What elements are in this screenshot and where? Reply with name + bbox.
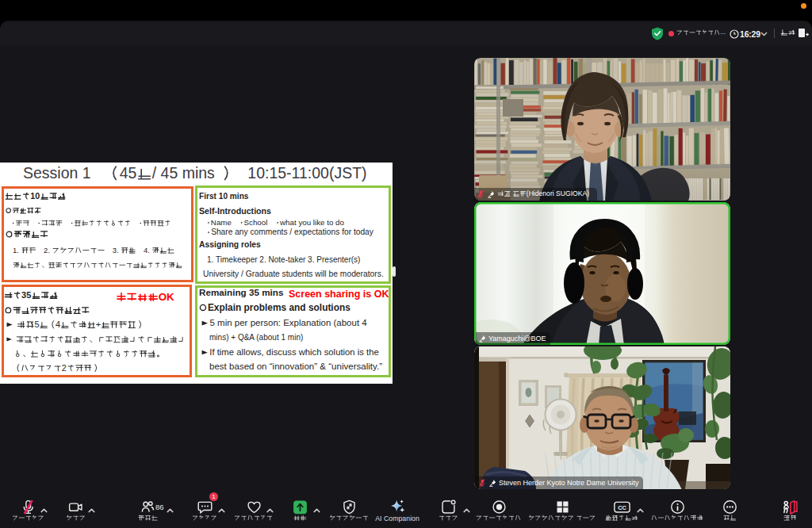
svg-text:3.: 3. xyxy=(113,247,119,254)
svg-text:/ 45 mins: / 45 mins xyxy=(152,166,215,182)
svg-text:If time allows, discuss which: If time allows, discuss which solution i… xyxy=(209,348,378,357)
svg-text:4.: 4. xyxy=(144,247,150,254)
svg-text:35: 35 xyxy=(21,291,31,300)
svg-text:(Hidenori SUGIOKA): (Hidenori SUGIOKA) xyxy=(527,190,589,197)
svg-text:5 min per person: Explanation: 5 min per person: Explanation (about 4 xyxy=(210,319,368,327)
svg-text:...: ... xyxy=(720,29,726,36)
svg-text:2.: 2. xyxy=(44,247,50,254)
svg-text:best based on “innovation” & “: best based on “innovation” & “universali… xyxy=(209,362,382,371)
svg-text:2: 2 xyxy=(62,364,67,373)
svg-text:what you like to do: what you like to do xyxy=(279,219,344,227)
svg-text:OK: OK xyxy=(159,292,174,303)
svg-text:4: 4 xyxy=(56,320,60,329)
svg-text:First 10 mins: First 10 mins xyxy=(199,193,249,201)
svg-text:Assigning roles: Assigning roles xyxy=(199,241,261,249)
svg-text:CC: CC xyxy=(618,504,626,511)
svg-text:5: 5 xyxy=(34,320,39,329)
svg-text:Name: Name xyxy=(211,219,232,227)
svg-text:10:15-11:00(JST): 10:15-11:00(JST) xyxy=(247,166,366,182)
svg-text:+: + xyxy=(96,320,101,329)
svg-text:1. Timekeeper 2. Note-taker 3: 1. Timekeeper 2. Note-taker 3. Presenter… xyxy=(207,256,360,264)
svg-text:Screen sharing is OK: Screen sharing is OK xyxy=(289,289,389,300)
svg-text:Share any comments / expectati: Share any comments / expectations for to… xyxy=(211,228,374,236)
svg-text:1.: 1. xyxy=(13,247,19,254)
svg-text:10: 10 xyxy=(30,192,40,201)
svg-text:mins) + Q&A (about 1 min): mins) + Q&A (about 1 min) xyxy=(209,334,303,342)
svg-text:Remaining 35 mins: Remaining 35 mins xyxy=(199,289,284,297)
svg-text:45: 45 xyxy=(120,166,137,182)
svg-text:Explain problems and solutions: Explain problems and solutions xyxy=(208,303,350,313)
svg-text:Self-Introductions: Self-Introductions xyxy=(199,207,271,216)
svg-text:School: School xyxy=(244,219,268,227)
svg-text:University / Graduate students: University / Graduate students will be m… xyxy=(203,270,384,278)
svg-text:Session 1: Session 1 xyxy=(23,166,91,182)
